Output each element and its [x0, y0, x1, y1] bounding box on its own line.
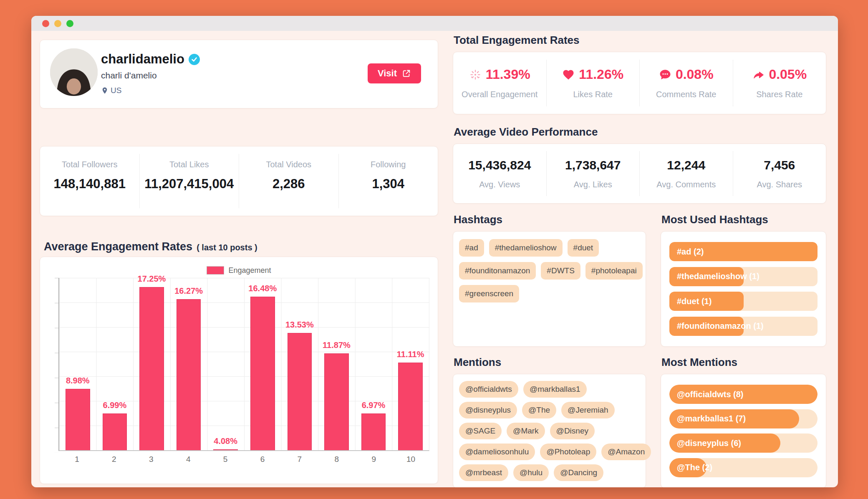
chart-bar[interactable]: [213, 449, 237, 450]
close-button[interactable]: [42, 20, 49, 27]
mention-chip: @Disney: [550, 423, 595, 439]
mentions-title: Mentions: [454, 356, 646, 369]
metric-label: Shares Rate: [756, 90, 802, 99]
chart-bar-slot: 6.99%: [96, 278, 134, 450]
chart-bar[interactable]: [324, 353, 348, 450]
chip-row: @mrbeast@hulu@Dancing: [459, 464, 640, 481]
x-axis-labels: 12345678910: [58, 455, 429, 464]
metric: 11.39%Overall Engagement: [453, 60, 546, 106]
avatar: [50, 48, 98, 96]
bar-value-label: 6.99%: [103, 401, 127, 410]
metric-value: 0.05%: [769, 67, 807, 82]
chart-bar[interactable]: [177, 299, 201, 450]
mention-chip: @Amazon: [601, 444, 651, 460]
profile-username: charlidamelio: [101, 52, 184, 67]
chart-bar-slot: 6.97%: [355, 278, 392, 450]
metric: 12,244Avg. Comments: [639, 151, 733, 196]
dashboard-content: charlidamelio charli d'amelio US Visit: [31, 31, 838, 487]
progress-bar-label: @markballas1 (7): [677, 414, 746, 423]
bar-value-label: 6.97%: [362, 401, 386, 410]
chart-bar[interactable]: [361, 413, 386, 450]
bar-chart-plot: 8.98%6.99%17.25%16.27%4.08%16.48%13.53%1…: [58, 278, 429, 451]
metric-label: Avg. Comments: [656, 180, 716, 189]
most-mentions-title: Most Mentions: [661, 356, 826, 369]
metric-value-row: 0.08%: [659, 67, 714, 82]
x-tick-label: 3: [133, 455, 170, 464]
maximize-button[interactable]: [66, 20, 73, 27]
heart-icon: [562, 68, 575, 81]
minimize-button[interactable]: [54, 20, 61, 27]
chart-bar[interactable]: [250, 297, 275, 450]
chart-bar[interactable]: [139, 287, 164, 450]
visit-button[interactable]: Visit: [368, 63, 421, 83]
chart-bar-slot: 4.08%: [207, 278, 244, 450]
video-performance-card: 15,436,824Avg. Views1,738,647Avg. Likes1…: [453, 144, 826, 204]
x-tick-label: 7: [281, 455, 318, 464]
progress-bar-fill: #duet (1): [669, 292, 744, 311]
progress-bar-fill: @officialdwts (8): [669, 385, 818, 404]
profile-stats-grid: Total Followers148,140,881Total Likes11,…: [40, 146, 438, 216]
metric-value-row: 7,456: [764, 158, 795, 172]
chart-bar[interactable]: [398, 363, 422, 450]
bar-value-label: 17.25%: [138, 274, 166, 284]
hashtag-chip: #duet: [568, 239, 599, 257]
hashtags-title: Hashtags: [454, 213, 646, 226]
profile-stat: Total Followers148,140,881: [40, 154, 139, 208]
video-performance-title: Average Video Performance: [454, 126, 826, 139]
stat-value: 148,140,881: [54, 176, 126, 192]
mention-chip: @Photoleap: [540, 444, 596, 460]
y-axis: [48, 278, 58, 451]
engagement-chart-card: Engagement 8.98%6.99%17.25%16.27%4.08%16…: [40, 257, 438, 484]
stat-value: 11,207,415,004: [144, 176, 234, 192]
stat-label: Total Videos: [266, 160, 311, 169]
progress-bar-fill: @The (2): [669, 458, 707, 477]
progress-bar-fill: @markballas1 (7): [669, 409, 799, 428]
progress-bar-track: #thedamelioshow (1): [669, 267, 818, 286]
progress-bar-track: #founditonamazon (1): [669, 317, 818, 336]
hashtag-chip: #photoleapai: [585, 262, 643, 280]
progress-bar-track: @The (2): [669, 458, 818, 477]
metric-value-row: 0.05%: [752, 67, 807, 82]
x-tick-label: 8: [318, 455, 355, 464]
engagement-metrics-grid: 11.39%Overall Engagement11.26%Likes Rate…: [453, 52, 826, 114]
profile-stat: Total Videos2,286: [239, 154, 338, 208]
chart-bar[interactable]: [288, 333, 312, 450]
chart-title-text: Average Engagement Rates: [44, 240, 192, 253]
chart-bar-slot: 13.53%: [281, 278, 318, 450]
location-pin-icon: [101, 87, 108, 94]
chip-row: @SAGE@Mark@Disney: [459, 423, 640, 439]
stat-label: Following: [371, 160, 406, 169]
engagement-rates-card: 11.39%Overall Engagement11.26%Likes Rate…: [453, 52, 826, 114]
video-metrics-grid: 15,436,824Avg. Views1,738,647Avg. Likes1…: [453, 144, 826, 203]
metric-label: Likes Rate: [573, 90, 613, 99]
chart-bar-slot: 11.11%: [392, 278, 429, 450]
mention-chip: @Dancing: [554, 464, 603, 481]
chart-bar[interactable]: [103, 413, 127, 450]
mentions-card: @officialdwts@markballas1@disneyplus@The…: [453, 374, 646, 487]
metric-value: 7,456: [764, 158, 795, 172]
bar-value-label: 11.11%: [397, 350, 424, 359]
stat-label: Total Followers: [62, 160, 117, 169]
metric: 11.26%Likes Rate: [546, 60, 640, 106]
progress-bar-label: @The (2): [677, 463, 712, 472]
most-used-hashtags-section: Most Used Hashtags #ad (2)#thedameliosho…: [661, 213, 826, 347]
mention-chip: @Mark: [507, 423, 545, 439]
bar-value-label: 16.27%: [174, 286, 203, 296]
hashtag-chip: #greenscreen: [459, 285, 519, 302]
progress-bar-label: #thedamelioshow (1): [677, 272, 760, 281]
desktop-background: { "colors": { "frame_orange": "#EE764E",…: [0, 0, 868, 499]
metric-value: 0.08%: [676, 67, 714, 82]
bar-value-label: 11.87%: [323, 340, 351, 350]
chart-legend[interactable]: Engagement: [48, 264, 429, 277]
mentions-section: Mentions @officialdwts@markballas1@disne…: [453, 356, 646, 487]
share-icon: [752, 68, 765, 81]
progress-bar-label: @disneyplus (6): [677, 439, 741, 448]
hashtags-section: Hashtags #ad#thedamelioshow#duet#foundit…: [453, 213, 646, 347]
chart-bar[interactable]: [66, 389, 90, 450]
mention-chip: @markballas1: [523, 381, 587, 398]
metric-value: 1,738,647: [565, 158, 621, 172]
metric-label: Avg. Views: [479, 180, 520, 189]
chart-bar-slot: 16.27%: [170, 278, 207, 450]
metric: 0.05%Shares Rate: [733, 60, 826, 106]
mention-chip: @dameliosonhulu: [459, 444, 535, 460]
